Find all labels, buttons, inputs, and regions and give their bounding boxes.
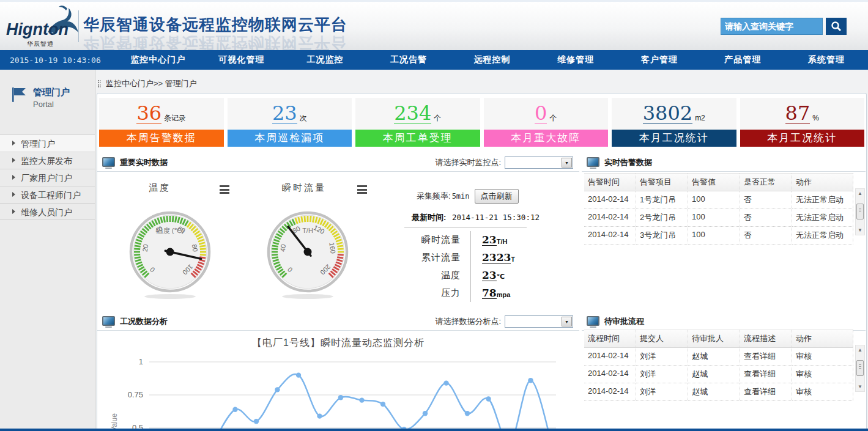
chevron-down-icon[interactable]: ▼	[562, 158, 572, 168]
flow-gauge: 04080120160200T/H	[262, 206, 354, 301]
stat-label-bar[interactable]: 本月工况统计	[612, 130, 736, 147]
page-header: Hignton 华辰智通 华辰智通设备远程监控物联网云平台 华辰智通设备远程监控…	[0, 0, 868, 50]
stat-label-bar[interactable]: 本周告警数据	[99, 130, 224, 147]
sidebar-item-4[interactable]: 维修人员门户	[0, 203, 95, 220]
sidebar: 管理门户 Portal 管理门户监控大屏发布厂家用户门户设备工程师门户维修人员门…	[0, 70, 95, 431]
stat-label-bar[interactable]: 本周工单受理	[355, 130, 480, 147]
table-cell: 赵城	[688, 366, 740, 383]
table-cell: 刘洋	[636, 348, 688, 366]
stat-value[interactable]: 0	[535, 103, 547, 124]
reading-label: 瞬时流量	[385, 234, 470, 246]
nav-item-5[interactable]: 维修管理	[534, 54, 618, 65]
nav-item-4[interactable]: 远程控制	[450, 54, 534, 65]
stat-card-2[interactable]: 234个本周工单受理	[355, 98, 480, 147]
alarm-panel-header: 实时告警数据	[582, 153, 866, 172]
table-cell[interactable]: 否	[740, 227, 792, 245]
table-cell[interactable]: 否	[740, 191, 792, 209]
realtime-panel: 重要实时数据 请选择实时监控点: ▼ 温度 瞬时流量 020406080100温…	[97, 153, 579, 312]
scrollbar-thumb[interactable]	[856, 204, 864, 219]
approval-table-scrollbar[interactable]: ▲ ▼	[855, 345, 865, 392]
chevron-down-icon[interactable]: ▼	[562, 317, 572, 326]
footer-bar	[0, 429, 868, 431]
nav-item-3[interactable]: 工况告警	[367, 54, 451, 65]
stat-card-4[interactable]: 3802m2本月工况统计	[612, 98, 736, 147]
stat-cards: 36条记录本周告警数据23次本周巡检漏项234个本周工单受理0个本月重大故障38…	[99, 98, 864, 147]
nav-item-1[interactable]: 可视化管理	[200, 54, 284, 65]
search-button[interactable]	[826, 18, 847, 35]
breadcrumb-text: 监控中心门户>> 管理门户	[106, 78, 197, 89]
table-action-cell[interactable]: 无法正常启动	[792, 227, 853, 245]
sidebar-item-0[interactable]: 管理门户	[0, 134, 95, 152]
stat-card-1[interactable]: 23次本周巡检漏项	[228, 98, 352, 147]
nav-item-2[interactable]: 工况监控	[283, 54, 367, 65]
sidebar-item-2[interactable]: 厂家用户门户	[0, 169, 95, 186]
table-row[interactable]: 2014-02-14刘洋赵城查看详细审核	[584, 383, 853, 401]
sidebar-item-label: 设备工程师门户	[21, 190, 81, 200]
sidebar-item-label: 厂家用户门户	[21, 173, 72, 183]
refresh-button[interactable]: 点击刷新	[475, 189, 519, 204]
site-title: 华辰智通设备远程监控物联网云平台	[83, 14, 347, 35]
stat-value[interactable]: 234	[394, 103, 431, 124]
stat-value[interactable]: 3802	[643, 103, 692, 124]
scroll-up-icon[interactable]: ▲	[856, 191, 864, 196]
sidebar-item-1[interactable]: 监控大屏发布	[0, 152, 95, 169]
table-cell: 刘洋	[636, 366, 688, 383]
analysis-panel-title: 工况数据分析	[120, 316, 168, 327]
scroll-down-icon[interactable]: ▼	[856, 227, 864, 233]
logo-divider	[78, 10, 79, 42]
scroll-up-icon[interactable]: ▲	[856, 347, 864, 353]
stat-card-top: 234个	[355, 98, 480, 130]
hamburger-menu-icon[interactable]	[357, 185, 367, 196]
monitor-point-select-label: 请选择实时监控点:	[435, 157, 501, 168]
reading-value: 23T/H	[470, 231, 507, 249]
stat-label-bar[interactable]: 本月重大故障	[484, 130, 609, 147]
scrollbar-thumb[interactable]	[856, 360, 864, 376]
table-cell[interactable]: 查看详细	[740, 366, 792, 383]
nav-timestamp: 2015-10-19 10:43:06	[0, 56, 116, 65]
table-cell[interactable]: 否	[740, 209, 792, 227]
table-cell[interactable]: 查看详细	[740, 348, 792, 366]
table-action-cell[interactable]: 审核	[792, 348, 853, 366]
nav-item-0[interactable]: 监控中心门户	[116, 54, 200, 65]
gauge-title-flow: 瞬时流量	[282, 182, 326, 194]
table-header-cell: 告警值	[688, 173, 740, 191]
analysis-point-select[interactable]: ▼	[505, 315, 573, 328]
arrow-right-icon	[12, 209, 15, 214]
nav-item-6[interactable]: 客户管理	[617, 54, 701, 65]
table-row[interactable]: 2014-02-142号龙门吊100否无法正常启动	[584, 209, 853, 227]
table-action-cell[interactable]: 无法正常启动	[792, 209, 853, 227]
table-cell: 100	[688, 227, 740, 245]
stat-card-5[interactable]: 87%本月工况统计	[740, 98, 865, 147]
stat-card-3[interactable]: 0个本月重大故障	[484, 98, 609, 147]
reading-row-2: 温度23℃	[385, 267, 532, 284]
sidebar-item-3[interactable]: 设备工程师门户	[0, 186, 95, 203]
sample-frequency-label: 采集频率:	[417, 191, 451, 202]
table-header-cell: 动作	[792, 330, 853, 348]
table-row[interactable]: 2014-02-14刘洋赵城查看详细审核	[584, 348, 853, 366]
table-header-cell: 提交人	[636, 330, 688, 348]
nav-item-8[interactable]: 系统管理	[785, 54, 868, 65]
flag-icon	[11, 87, 27, 103]
table-action-cell[interactable]: 审核	[792, 366, 853, 383]
table-row[interactable]: 2014-02-143号龙门吊100否无法正常启动	[584, 227, 853, 245]
table-header-row: 流程时间提交人待审批人流程描述动作	[584, 330, 853, 348]
hamburger-menu-icon[interactable]	[220, 185, 229, 196]
stat-value[interactable]: 36	[136, 103, 161, 124]
stat-label-bar[interactable]: 本月工况统计	[740, 130, 865, 147]
table-row[interactable]: 2014-02-14刘洋赵城查看详细审核	[584, 366, 853, 383]
alarm-table-scrollbar[interactable]: ▲ ▼	[855, 188, 865, 235]
table-action-cell[interactable]: 审核	[792, 383, 853, 401]
scroll-down-icon[interactable]: ▼	[856, 384, 864, 389]
table-cell[interactable]: 查看详细	[740, 383, 792, 401]
stat-unit: 次	[300, 113, 307, 123]
monitor-point-select[interactable]: ▼	[505, 157, 573, 169]
table-action-cell[interactable]: 无法正常启动	[792, 191, 853, 209]
search-input[interactable]	[721, 18, 822, 34]
table-row[interactable]: 2014-02-141号龙门吊100否无法正常启动	[584, 191, 853, 209]
sidebar-menu: 管理门户监控大屏发布厂家用户门户设备工程师门户维修人员门户	[0, 134, 95, 220]
stat-value[interactable]: 87	[785, 103, 811, 124]
stat-card-0[interactable]: 36条记录本周告警数据	[99, 98, 224, 147]
stat-value[interactable]: 23	[272, 103, 297, 124]
stat-label-bar[interactable]: 本周巡检漏项	[228, 130, 352, 147]
nav-item-7[interactable]: 产品管理	[701, 54, 785, 65]
